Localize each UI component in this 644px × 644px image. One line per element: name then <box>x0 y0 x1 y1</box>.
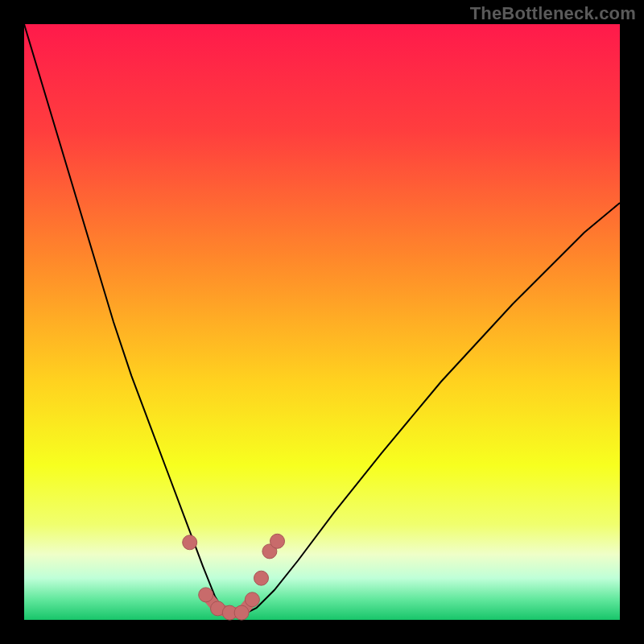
marker-dot <box>254 571 269 585</box>
marker-dot <box>183 535 197 550</box>
marker-dot <box>199 588 213 602</box>
chart-svg <box>0 0 644 644</box>
marker-dot <box>270 534 285 548</box>
marker-dot <box>245 592 259 607</box>
marker-dot <box>234 605 249 620</box>
chart-frame: TheBottleneck.com <box>0 0 644 644</box>
